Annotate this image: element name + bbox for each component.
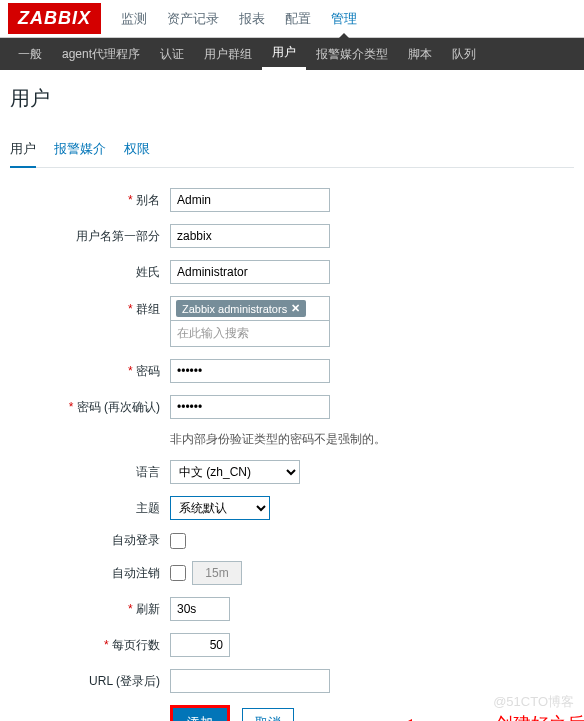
annotation: 创建好之后添加: [410, 712, 584, 721]
watermark: @51CTO博客: [493, 693, 574, 711]
label-url: URL (登录后): [10, 673, 170, 690]
input-firstname[interactable]: [170, 224, 330, 248]
nav-reports[interactable]: 报表: [229, 0, 275, 38]
input-refresh[interactable]: [170, 597, 230, 621]
page-title: 用户: [0, 70, 584, 127]
label-password: 密码: [10, 363, 170, 380]
subnav-auth[interactable]: 认证: [150, 38, 194, 70]
subnav-proxies[interactable]: agent代理程序: [52, 38, 150, 70]
subnav-queue[interactable]: 队列: [442, 38, 486, 70]
label-refresh: 刷新: [10, 601, 170, 618]
top-nav: ZABBIX 监测 资产记录 报表 配置 管理: [0, 0, 584, 38]
subnav-mediatypes[interactable]: 报警媒介类型: [306, 38, 398, 70]
tabs: 用户 报警媒介 权限: [10, 127, 574, 168]
label-autologout: 自动注销: [10, 565, 170, 582]
sub-nav: 一般 agent代理程序 认证 用户群组 用户 报警媒介类型 脚本 队列: [0, 38, 584, 70]
add-button[interactable]: 添加: [170, 705, 230, 721]
subnav-users[interactable]: 用户: [262, 38, 306, 70]
group-tag-container[interactable]: Zabbix administrators ✕: [170, 296, 330, 321]
label-rows: 每页行数: [10, 637, 170, 654]
label-alias: 别名: [10, 192, 170, 209]
subnav-general[interactable]: 一般: [8, 38, 52, 70]
input-url[interactable]: [170, 669, 330, 693]
label-firstname: 用户名第一部分: [10, 228, 170, 245]
group-tag: Zabbix administrators ✕: [176, 300, 306, 317]
user-form: 别名 用户名第一部分 姓氏 群组 Zabbix administrators ✕: [10, 168, 574, 721]
input-password[interactable]: [170, 359, 330, 383]
label-language: 语言: [10, 464, 170, 481]
checkbox-autologin[interactable]: [170, 533, 186, 549]
group-tag-label: Zabbix administrators: [182, 303, 287, 315]
label-group: 群组: [10, 296, 170, 318]
input-rows[interactable]: [170, 633, 230, 657]
tab-permissions[interactable]: 权限: [124, 132, 150, 167]
tab-user[interactable]: 用户: [10, 132, 36, 168]
label-password-confirm: 密码 (再次确认): [10, 399, 170, 416]
input-lastname[interactable]: [170, 260, 330, 284]
label-lastname: 姓氏: [10, 264, 170, 281]
password-hint: 非内部身份验证类型的密码不是强制的。: [170, 431, 386, 448]
group-tag-remove-icon[interactable]: ✕: [291, 302, 300, 315]
select-language[interactable]: 中文 (zh_CN): [170, 460, 300, 484]
cancel-button[interactable]: 取消: [242, 708, 294, 721]
label-autologin: 自动登录: [10, 532, 170, 549]
subnav-usergroups[interactable]: 用户群组: [194, 38, 262, 70]
nav-monitor[interactable]: 监测: [111, 0, 157, 38]
input-autologout: [192, 561, 242, 585]
label-theme: 主题: [10, 500, 170, 517]
logo[interactable]: ZABBIX: [8, 3, 101, 34]
input-alias[interactable]: [170, 188, 330, 212]
subnav-scripts[interactable]: 脚本: [398, 38, 442, 70]
select-theme[interactable]: 系统默认: [170, 496, 270, 520]
tab-media[interactable]: 报警媒介: [54, 132, 106, 167]
group-search-input[interactable]: 在此输入搜索: [170, 321, 330, 347]
nav-admin[interactable]: 管理: [321, 0, 367, 38]
checkbox-autologout[interactable]: [170, 565, 186, 581]
nav-inventory[interactable]: 资产记录: [157, 0, 229, 38]
nav-config[interactable]: 配置: [275, 0, 321, 38]
annotation-text: 创建好之后添加: [495, 712, 584, 721]
input-password-confirm[interactable]: [170, 395, 330, 419]
